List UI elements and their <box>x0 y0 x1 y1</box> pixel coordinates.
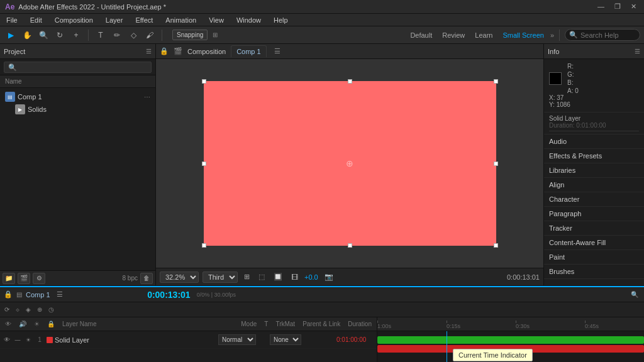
menu-help[interactable]: Help <box>271 15 291 25</box>
layer-trkmat-select[interactable]: None <box>270 334 301 345</box>
info-item-audio[interactable]: Audio <box>544 134 644 149</box>
menu-layer[interactable]: Layer <box>103 15 126 25</box>
viewer-render-button[interactable]: 🎞 <box>289 272 301 282</box>
composition-tab[interactable]: Comp 1 <box>231 45 267 57</box>
tool-text[interactable]: T <box>94 28 108 42</box>
layer-vis-btn[interactable]: 👁 <box>3 336 11 344</box>
handle-bottom-center[interactable] <box>348 243 352 248</box>
viewer-film-icon: 🎬 <box>174 47 182 55</box>
workspace-review[interactable]: Review <box>438 30 469 40</box>
workspace-small-screen[interactable]: Small Screen <box>499 30 547 40</box>
comp-canvas[interactable]: ⊕ <box>204 81 496 246</box>
layer-mode-select[interactable]: Normal <box>218 334 256 345</box>
app-logo: Ae <box>5 3 14 11</box>
tl-btn-4[interactable]: ⊕ <box>35 305 44 314</box>
tool-select[interactable]: ▶ <box>4 28 18 42</box>
menu-composition[interactable]: Composition <box>52 15 96 25</box>
info-solid-layer: Solid Layer Duration: 0:01:00:00 <box>544 112 644 134</box>
info-item-tracker[interactable]: Tracker <box>544 221 644 236</box>
tool-pen[interactable]: ✏ <box>110 28 124 42</box>
tl-btn-5[interactable]: ◷ <box>47 305 56 314</box>
menu-edit[interactable]: Edit <box>28 15 45 25</box>
new-comp-button[interactable]: 🎬 <box>18 273 30 284</box>
layer-solo-btn[interactable]: ☀ <box>24 336 33 344</box>
info-item-content-aware[interactable]: Content-Aware Fill <box>544 236 644 250</box>
maximize-button[interactable]: ❐ <box>612 3 623 11</box>
handle-top-right[interactable] <box>494 79 498 84</box>
new-folder-button[interactable]: 📁 <box>3 273 15 284</box>
workspace-learn[interactable]: Learn <box>471 30 496 40</box>
view-select[interactable]: Third Full Half <box>203 272 238 283</box>
timeline-ruler[interactable]: 1:00s 0:15s 0:30s 0:45s 01:0 <box>377 317 644 331</box>
zoom-select[interactable]: 32.2% 50% 100% <box>160 272 199 283</box>
info-item-character[interactable]: Character <box>544 192 644 207</box>
handle-top-center[interactable] <box>348 79 352 84</box>
menu-animation[interactable]: Animation <box>163 15 199 25</box>
ruler-tick-1: 0:15s <box>447 323 460 331</box>
toolbar-sep-3 <box>559 30 560 41</box>
project-menu-icon[interactable]: ☰ <box>146 48 152 55</box>
layer-name[interactable]: Solid Layer <box>55 336 216 344</box>
handle-middle-right[interactable] <box>494 162 498 166</box>
comp-tab-label: Comp 1 <box>236 48 261 55</box>
tool-add[interactable]: + <box>69 28 83 42</box>
project-settings-button[interactable]: ⚙ <box>33 273 45 284</box>
solid-duration: Duration: 0:01:00:00 <box>549 122 639 129</box>
delete-button[interactable]: 🗑 <box>140 273 153 284</box>
current-time-tooltip: Current Time Indicator <box>453 349 533 361</box>
timeline-current-time[interactable]: 0:00:13:01 <box>147 290 191 300</box>
menu-file[interactable]: File <box>4 15 20 25</box>
playhead-line[interactable] <box>447 331 447 362</box>
info-panel-header: Info ☰ <box>544 44 644 59</box>
tool-hand[interactable]: ✋ <box>20 28 34 42</box>
tl-btn-3[interactable]: ◈ <box>24 305 33 314</box>
window-controls[interactable]: — ❐ ✕ <box>595 3 639 11</box>
info-item-paint[interactable]: Paint <box>544 250 644 265</box>
panels-area: Project ☰ Name ▤ Comp 1 ⋯ ▶ Solids 📁 🎬 <box>0 44 644 286</box>
viewer-menu-icon[interactable]: ☰ <box>274 47 280 55</box>
project-item-comp1[interactable]: ▤ Comp 1 ⋯ <box>0 90 155 103</box>
workspace-default[interactable]: Default <box>406 30 436 40</box>
close-button[interactable]: ✕ <box>628 3 639 11</box>
project-panel-title: Project <box>4 48 25 55</box>
menu-effect[interactable]: Effect <box>133 15 155 25</box>
workspace-menu-icon[interactable]: » <box>550 31 554 39</box>
timeline-comp-tab[interactable]: Comp 1 <box>26 291 50 299</box>
tool-rotate[interactable]: ↻ <box>53 28 67 42</box>
menu-view[interactable]: View <box>206 15 226 25</box>
project-item-solids[interactable]: ▶ Solids <box>0 103 155 116</box>
minimize-button[interactable]: — <box>595 3 607 11</box>
tl-btn-2[interactable]: ⟐ <box>14 305 21 314</box>
info-b: B: <box>567 79 579 86</box>
viewer-controls: 32.2% 50% 100% Third Full Half ⊞ ⬚ 🔲 🎞 +… <box>156 268 543 285</box>
info-item-libraries[interactable]: Libraries <box>544 163 644 178</box>
info-item-effects[interactable]: Effects & Presets <box>544 149 644 163</box>
tl-btn-1[interactable]: ⟳ <box>3 305 11 314</box>
info-xy-values: X: 37 Y: 1086 <box>549 94 639 108</box>
timeline-menu-icon[interactable]: ☰ <box>57 290 63 299</box>
viewer-mask-button[interactable]: 🔲 <box>271 272 285 282</box>
info-panel: Info ☰ R: G: B: A: 0 X: 37 Y: 1086 Solid… <box>543 44 644 285</box>
search-input[interactable] <box>580 31 637 39</box>
info-item-paragraph[interactable]: Paragraph <box>544 207 644 221</box>
handle-top-left[interactable] <box>202 79 206 84</box>
timeline-search-button[interactable]: 🔍 <box>629 290 640 299</box>
info-item-align[interactable]: Align <box>544 178 644 192</box>
info-menu-icon[interactable]: ☰ <box>635 48 640 55</box>
viewer-grid-button[interactable]: ⊞ <box>242 272 252 282</box>
project-content: ▤ Comp 1 ⋯ ▶ Solids <box>0 88 155 270</box>
project-search-input[interactable] <box>4 62 152 73</box>
handle-bottom-right[interactable] <box>494 243 498 248</box>
handle-middle-left[interactable] <box>202 162 206 166</box>
info-item-brushes[interactable]: Brushes <box>544 265 644 279</box>
menu-window[interactable]: Window <box>234 15 264 25</box>
layer-audio-btn[interactable]: — <box>13 336 22 344</box>
viewer-camera-button[interactable]: 📷 <box>322 272 336 282</box>
tool-zoom[interactable]: 🔍 <box>36 28 50 42</box>
info-x: X: 37 <box>549 94 639 101</box>
snapping-button[interactable]: Snapping <box>172 30 208 40</box>
tool-paint[interactable]: 🖌 <box>143 28 157 42</box>
viewer-safe-button[interactable]: ⬚ <box>256 272 267 282</box>
tool-shape[interactable]: ◇ <box>126 28 140 42</box>
handle-bottom-left[interactable] <box>202 243 206 248</box>
